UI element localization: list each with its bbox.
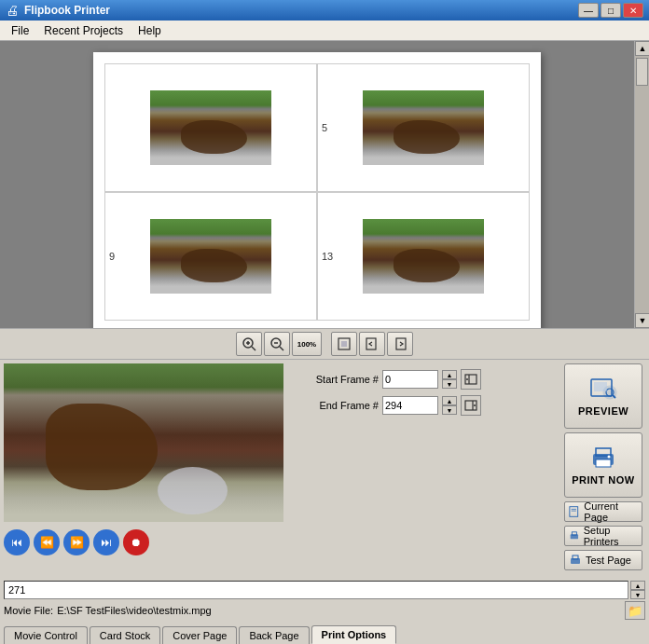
start-frame-down[interactable]: ▼ (442, 379, 457, 389)
close-button[interactable]: ✕ (623, 3, 643, 18)
end-frame-row: End Frame # ▲ ▼ (295, 395, 550, 416)
start-frame-icon[interactable] (461, 369, 481, 390)
menu-help[interactable]: Help (131, 22, 169, 39)
page-grid: 5 9 13 (93, 52, 541, 328)
movie-control-tab[interactable]: Movie Control (4, 626, 88, 644)
frame-controls: Start Frame # ▲ ▼ End Frame # ▲ ▼ (289, 363, 556, 421)
playback-controls: ⏮ ⏪ ⏩ ⏭ ⏺ (4, 526, 283, 555)
frame-number-13: 13 (322, 251, 333, 262)
menu-bar: File Recent Projects Help (0, 21, 649, 41)
zoom-out-button[interactable] (264, 332, 290, 356)
frame-thumbnail-3 (150, 219, 271, 294)
scroll-down-button[interactable]: ▼ (635, 313, 649, 328)
window-controls: — □ ✕ (578, 3, 643, 18)
svg-line-1 (252, 347, 255, 350)
movie-file-row: Movie File: E:\SF TestFiles\video\testmi… (4, 601, 645, 620)
svg-line-5 (280, 347, 283, 350)
play-last-button[interactable]: ⏭ (93, 529, 119, 555)
prev-page-button[interactable] (359, 332, 385, 356)
print-now-label: PRINT NOW (572, 474, 634, 486)
current-page-button[interactable]: Current Page (564, 501, 642, 522)
menu-recent-projects[interactable]: Recent Projects (36, 22, 131, 39)
end-frame-down[interactable]: ▼ (442, 405, 457, 415)
zoom-in-button[interactable] (236, 332, 262, 356)
svg-rect-10 (396, 338, 406, 349)
record-button[interactable]: ⏺ (123, 529, 149, 555)
app-title: Flipbook Printer (24, 4, 110, 17)
thumbnail-image (4, 363, 283, 522)
zoom-100-button[interactable]: 100% (292, 332, 322, 356)
end-frame-up[interactable]: ▲ (442, 396, 457, 405)
svg-point-13 (466, 378, 468, 380)
end-frame-icon[interactable] (461, 395, 481, 416)
start-frame-spinner: ▲ ▼ (442, 370, 457, 389)
frame-thumbnail-2 (363, 90, 484, 165)
page-preview: 5 9 13 (93, 52, 541, 328)
video-thumbnail (4, 363, 283, 522)
end-frame-input[interactable] (382, 396, 438, 415)
test-page-label: Test Page (586, 555, 631, 566)
start-frame-row: Start Frame # ▲ ▼ (295, 369, 550, 390)
zoom-toolbar: 100% (0, 328, 649, 360)
cover-page-tab[interactable]: Cover Page (162, 626, 237, 644)
window-body: 5 9 13 ▲ (0, 41, 649, 644)
bottom-section: ⏮ ⏪ ⏩ ⏭ ⏺ Start Frame # ▲ ▼ (0, 360, 649, 579)
setup-printers-label: Setup Printers (584, 525, 638, 547)
test-page-button[interactable]: Test Page (564, 550, 642, 570)
frame-number-5: 5 (322, 122, 327, 133)
card-stock-tab[interactable]: Card Stock (90, 626, 160, 644)
play-next-button[interactable]: ⏩ (63, 529, 90, 555)
title-bar: 🖨 Flipbook Printer — □ ✕ (0, 0, 649, 21)
browse-folder-button[interactable]: 📁 (625, 601, 645, 620)
start-frame-up[interactable]: ▲ (442, 370, 457, 379)
play-first-button[interactable]: ⏮ (4, 529, 30, 555)
print-options-tab[interactable]: Print Options (311, 625, 397, 644)
svg-rect-24 (596, 459, 611, 467)
frame-thumbnail-4 (363, 219, 484, 294)
movie-file-label: Movie File: (4, 605, 53, 616)
app-icon: 🖨 (6, 3, 19, 18)
svg-rect-8 (341, 341, 347, 347)
svg-point-25 (608, 456, 611, 459)
frame-thumbnail-1 (150, 90, 271, 165)
tab-bar: Movie Control Card Stock Cover Page Back… (0, 622, 649, 644)
page-cell-1 (104, 63, 317, 192)
print-now-button[interactable]: PRINT NOW (564, 432, 642, 498)
frame-number-9: 9 (109, 251, 115, 262)
next-page-button[interactable] (387, 332, 413, 356)
page-cell-4: 13 (317, 192, 530, 321)
vertical-scrollbar: ▲ ▼ (634, 41, 649, 328)
action-panel: PREVIEW PRINT NOW Current Page Setup Pri… (561, 363, 645, 575)
controls-right: Start Frame # ▲ ▼ End Frame # ▲ ▼ (289, 363, 556, 575)
frame-counter-down[interactable]: ▼ (630, 590, 645, 599)
preview-label: PREVIEW (578, 405, 628, 417)
fit-page-button[interactable] (331, 332, 357, 356)
setup-printers-button[interactable]: Setup Printers (564, 526, 642, 546)
svg-rect-21 (594, 382, 607, 391)
svg-rect-9 (366, 338, 376, 349)
scroll-thumb[interactable] (636, 58, 648, 86)
menu-file[interactable]: File (4, 22, 36, 39)
frame-counter-row: ▲ ▼ (4, 581, 645, 599)
scroll-track (635, 56, 649, 313)
frame-counter-input[interactable] (4, 581, 628, 599)
current-page-label: Current Page (584, 500, 638, 523)
document-preview: 5 9 13 (0, 41, 634, 328)
page-cell-2: 5 (317, 63, 530, 192)
start-frame-input[interactable] (382, 370, 438, 389)
minimize-button[interactable]: — (578, 3, 599, 18)
back-page-tab[interactable]: Back Page (239, 626, 309, 644)
start-frame-label: Start Frame # (295, 374, 379, 385)
svg-point-16 (474, 404, 476, 406)
frame-counter-spinner: ▲ ▼ (630, 581, 645, 599)
frame-counter-up[interactable]: ▲ (630, 581, 645, 590)
preview-button[interactable]: PREVIEW (564, 363, 642, 429)
movie-file-path: E:\SF TestFiles\video\testmix.mpg (57, 605, 621, 616)
info-bar: ▲ ▼ Movie File: E:\SF TestFiles\video\te… (0, 579, 649, 622)
scroll-up-button[interactable]: ▲ (635, 41, 649, 56)
maximize-button[interactable]: □ (601, 3, 621, 18)
svg-rect-26 (570, 507, 578, 517)
play-prev-button[interactable]: ⏪ (34, 529, 60, 555)
end-frame-spinner: ▲ ▼ (442, 396, 457, 415)
page-cell-3: 9 (104, 192, 317, 321)
